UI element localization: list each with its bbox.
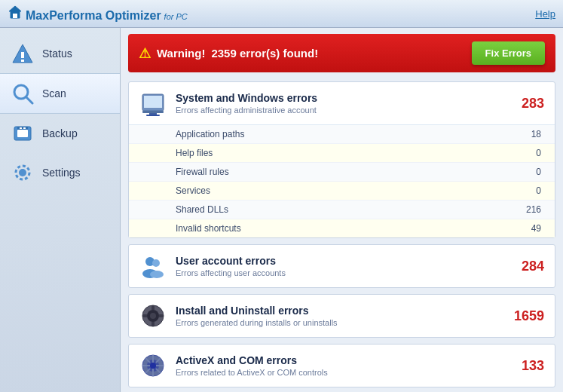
sub-error-shared-dlls: Shared DLLs 216 — [129, 201, 555, 219]
activex-com-section: ActiveX and COM errors Errors related to… — [128, 344, 555, 387]
install-uninstall-title: Install and Uninstall errors — [176, 305, 505, 317]
content-area: ⚠ Warning! 2359 error(s) found! Fix Erro… — [121, 28, 563, 392]
user-account-count: 284 — [522, 259, 544, 274]
activex-com-title: ActiveX and COM errors — [176, 354, 513, 366]
sub-error-invalid-shortcuts-value: 49 — [531, 223, 541, 234]
install-uninstall-icon — [139, 302, 167, 329]
sidebar-item-status[interactable]: Status — [0, 34, 120, 73]
user-account-icon — [139, 253, 167, 280]
sub-error-services: Services 0 — [129, 182, 555, 201]
settings-icon — [11, 161, 35, 185]
svg-rect-15 — [144, 96, 162, 108]
sub-error-help-files: Help files 0 — [129, 144, 555, 163]
install-uninstall-header: Install and Uninstall errors Errors gene… — [129, 295, 555, 337]
activex-com-info: ActiveX and COM errors Errors related to… — [176, 354, 513, 377]
sidebar-item-backup[interactable]: Backup — [0, 114, 120, 153]
warning-label: Warning! — [157, 47, 205, 60]
sub-error-services-value: 0 — [536, 185, 541, 196]
system-windows-count: 283 — [522, 96, 544, 112]
sidebar-scan-label: Scan — [42, 87, 66, 100]
app-logo-icon — [8, 5, 23, 20]
sidebar: Status Scan Bac — [0, 28, 121, 392]
scan-icon — [11, 81, 35, 106]
sidebar-item-scan[interactable]: Scan — [0, 73, 120, 114]
svg-rect-26 — [151, 305, 155, 310]
svg-rect-8 — [17, 130, 28, 137]
sub-error-help-files-label: Help files — [176, 148, 213, 158]
install-uninstall-info: Install and Uninstall errors Errors gene… — [176, 305, 505, 327]
svg-rect-10 — [20, 127, 22, 129]
backup-icon — [11, 121, 35, 145]
sub-error-app-paths: Application paths 18 — [129, 125, 555, 144]
system-windows-icon — [139, 90, 167, 117]
svg-point-22 — [150, 271, 164, 278]
svg-point-20 — [152, 259, 160, 267]
fix-errors-button-top[interactable]: Fix Errors — [472, 41, 545, 65]
sub-error-firewall-rules-label: Firewall rules — [176, 167, 229, 177]
sub-error-shared-dlls-value: 216 — [526, 204, 541, 215]
install-uninstall-count: 1659 — [514, 308, 544, 324]
title-bar: MaxPerforma Optimizer for PC Help — [0, 0, 563, 28]
activex-com-subtitle: Errors related to ActiveX or COM control… — [176, 368, 513, 377]
svg-point-25 — [150, 313, 156, 319]
install-uninstall-section: Install and Uninstall errors Errors gene… — [128, 294, 555, 338]
sidebar-item-settings[interactable]: Settings — [0, 153, 120, 192]
warning-banner: ⚠ Warning! 2359 error(s) found! Fix Erro… — [128, 34, 555, 72]
activex-com-icon — [139, 352, 167, 379]
sidebar-backup-label: Backup — [42, 127, 78, 139]
svg-rect-27 — [151, 322, 155, 326]
svg-rect-11 — [23, 127, 26, 129]
user-account-section: User account errors Errors affecting use… — [128, 244, 555, 288]
for-pc-label: for PC — [164, 12, 188, 21]
app-title-group: MaxPerforma Optimizer for PC — [8, 5, 188, 23]
main-layout: Status Scan Bac — [0, 28, 563, 392]
sub-error-firewall-rules-value: 0 — [536, 167, 541, 177]
system-windows-info: System and Windows errors Errors affecti… — [176, 92, 513, 115]
app-name: MaxPerforma Optimizer — [26, 9, 161, 23]
user-account-header: User account errors Errors affecting use… — [129, 245, 555, 287]
sub-error-help-files-value: 0 — [536, 148, 541, 158]
svg-rect-28 — [142, 314, 147, 317]
system-windows-title: System and Windows errors — [176, 92, 513, 104]
svg-rect-16 — [142, 111, 164, 113]
user-account-info: User account errors Errors affecting use… — [176, 255, 513, 277]
svg-point-32 — [150, 363, 156, 369]
sidebar-settings-label: Settings — [42, 167, 81, 179]
svg-rect-9 — [17, 127, 28, 130]
sub-error-invalid-shortcuts: Invalid shortcuts 49 — [129, 219, 555, 237]
warning-icon: ⚠ — [139, 45, 151, 62]
status-icon — [11, 41, 35, 66]
activex-com-count: 133 — [522, 358, 544, 374]
svg-point-12 — [19, 169, 26, 176]
sub-error-app-paths-value: 18 — [531, 129, 541, 139]
svg-rect-3 — [21, 52, 24, 58]
sub-error-shared-dlls-label: Shared DLLs — [176, 204, 228, 215]
svg-rect-1 — [13, 14, 17, 18]
user-account-subtitle: Errors affecting user accounts — [176, 268, 513, 277]
sub-error-firewall-rules: Firewall rules 0 — [129, 163, 555, 182]
help-link[interactable]: Help — [535, 8, 555, 20]
system-windows-header: System and Windows errors Errors affecti… — [129, 82, 555, 124]
activex-com-header: ActiveX and COM errors Errors related to… — [129, 345, 555, 387]
sub-error-invalid-shortcuts-label: Invalid shortcuts — [176, 223, 241, 234]
install-uninstall-subtitle: Errors generated during installs or unin… — [176, 318, 505, 327]
svg-line-6 — [26, 97, 32, 103]
system-windows-sub-errors: Application paths 18 Help files 0 Firewa… — [129, 124, 555, 237]
user-account-title: User account errors — [176, 255, 513, 267]
svg-rect-29 — [159, 314, 164, 317]
svg-rect-18 — [146, 115, 160, 116]
system-windows-subtitle: Errors affecting administrative account — [176, 106, 513, 115]
warning-text-group: ⚠ Warning! 2359 error(s) found! — [139, 45, 318, 62]
sub-error-services-label: Services — [176, 185, 210, 196]
warning-message: 2359 error(s) found! — [211, 47, 318, 60]
svg-rect-4 — [21, 60, 24, 62]
system-windows-section: System and Windows errors Errors affecti… — [128, 81, 555, 238]
errors-container: System and Windows errors Errors affecti… — [121, 78, 563, 392]
sub-error-app-paths-label: Application paths — [176, 129, 244, 139]
sidebar-status-label: Status — [42, 47, 72, 60]
